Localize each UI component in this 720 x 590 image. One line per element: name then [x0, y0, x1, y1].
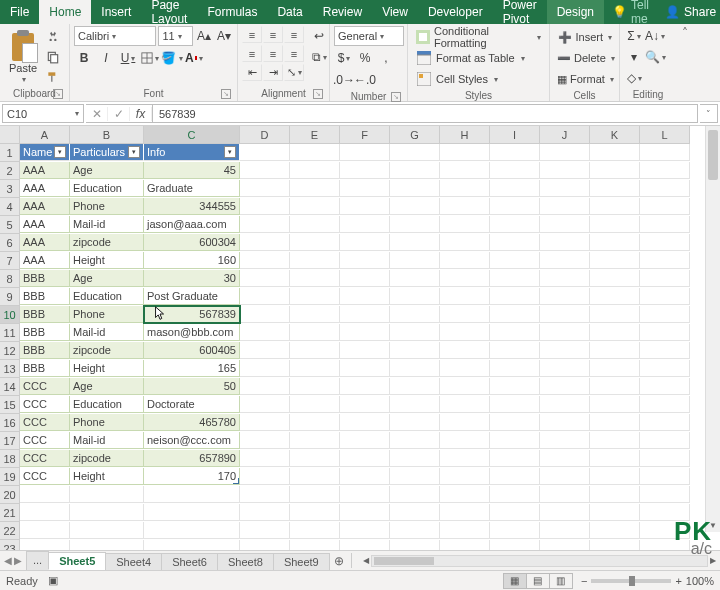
empty-cell[interactable] — [340, 468, 390, 485]
table-cell[interactable]: zipcode — [70, 234, 144, 251]
empty-cell[interactable] — [240, 522, 290, 539]
format-painter-button[interactable] — [44, 68, 62, 86]
empty-cell[interactable] — [540, 432, 590, 449]
fill-button[interactable]: ▾ — [624, 47, 644, 67]
table-cell[interactable]: CCC — [20, 432, 70, 449]
empty-cell[interactable] — [290, 144, 340, 161]
empty-cell[interactable] — [640, 360, 690, 377]
borders-button[interactable]: ▾ — [140, 48, 160, 68]
empty-cell[interactable] — [340, 180, 390, 197]
empty-cell[interactable] — [340, 450, 390, 467]
sheet-nav-prev[interactable]: ◀ — [4, 555, 12, 566]
empty-cell[interactable] — [640, 396, 690, 413]
empty-cell[interactable] — [440, 234, 490, 251]
empty-cell[interactable] — [640, 306, 690, 323]
sheet-nav-next[interactable]: ▶ — [14, 555, 22, 566]
insert-cells-button[interactable]: ➕Insert▾ — [554, 27, 615, 47]
empty-cell[interactable] — [490, 270, 540, 287]
collapse-ribbon-button[interactable]: ˄ — [676, 24, 694, 101]
table-cell[interactable]: Phone — [70, 414, 144, 431]
table-cell[interactable]: Education — [70, 180, 144, 197]
scroll-down-arrow[interactable]: ▼ — [706, 518, 720, 532]
row-header[interactable]: 4 — [0, 198, 20, 216]
empty-cell[interactable] — [590, 378, 640, 395]
tell-me-search[interactable]: 💡 Tell me — [604, 0, 657, 24]
row-header[interactable]: 8 — [0, 270, 20, 288]
table-cell[interactable]: CCC — [20, 468, 70, 485]
empty-cell[interactable] — [490, 504, 540, 521]
row-header[interactable]: 6 — [0, 234, 20, 252]
format-as-table-button[interactable]: Format as Table▾ — [412, 48, 545, 68]
table-cell[interactable]: BBB — [20, 342, 70, 359]
empty-cell[interactable] — [490, 234, 540, 251]
col-header[interactable]: L — [640, 126, 690, 144]
empty-cell[interactable] — [340, 270, 390, 287]
empty-cell[interactable] — [490, 522, 540, 539]
empty-cell[interactable] — [390, 324, 440, 341]
col-header[interactable]: H — [440, 126, 490, 144]
empty-cell[interactable] — [590, 162, 640, 179]
empty-cell[interactable] — [340, 522, 390, 539]
empty-cell[interactable] — [144, 486, 240, 503]
empty-cell[interactable] — [640, 486, 690, 503]
table-cell[interactable]: Phone — [70, 198, 144, 215]
sheet-tab[interactable]: Sheet6 — [161, 553, 218, 570]
empty-cell[interactable] — [540, 234, 590, 251]
number-dialog-launcher[interactable]: ↘ — [391, 92, 401, 102]
table-cell[interactable]: Mail-id — [70, 324, 144, 341]
empty-cell[interactable] — [540, 414, 590, 431]
table-cell[interactable]: Height — [70, 468, 144, 485]
select-all-corner[interactable] — [0, 126, 20, 144]
empty-cell[interactable] — [590, 360, 640, 377]
fill-color-button[interactable]: 🪣▾ — [162, 48, 182, 68]
font-dialog-launcher[interactable]: ↘ — [221, 89, 231, 99]
empty-cell[interactable] — [290, 324, 340, 341]
scroll-right-arrow[interactable]: ▶ — [708, 556, 718, 565]
row-header[interactable]: 19 — [0, 468, 20, 486]
empty-cell[interactable] — [290, 522, 340, 539]
empty-cell[interactable] — [290, 162, 340, 179]
empty-cell[interactable] — [340, 486, 390, 503]
sheet-tab[interactable]: Sheet9 — [273, 553, 330, 570]
empty-cell[interactable] — [240, 378, 290, 395]
empty-cell[interactable] — [440, 252, 490, 269]
tab-home[interactable]: Home — [39, 0, 91, 24]
formula-input[interactable]: 567839 — [153, 104, 698, 123]
zoom-level[interactable]: 100% — [686, 575, 714, 587]
empty-cell[interactable] — [590, 288, 640, 305]
increase-indent-button[interactable]: ⇥ — [263, 64, 283, 81]
empty-cell[interactable] — [70, 486, 144, 503]
empty-cell[interactable] — [290, 288, 340, 305]
align-right-button[interactable]: ≡ — [284, 45, 304, 62]
empty-cell[interactable] — [540, 144, 590, 161]
empty-cell[interactable] — [440, 504, 490, 521]
empty-cell[interactable] — [440, 396, 490, 413]
sheet-tab-more[interactable]: ... — [26, 551, 49, 570]
empty-cell[interactable] — [490, 396, 540, 413]
empty-cell[interactable] — [70, 504, 144, 521]
delete-cells-button[interactable]: ➖Delete▾ — [554, 48, 615, 68]
empty-cell[interactable] — [240, 450, 290, 467]
table-cell[interactable]: Education — [70, 396, 144, 413]
empty-cell[interactable] — [440, 414, 490, 431]
col-header[interactable]: I — [490, 126, 540, 144]
empty-cell[interactable] — [240, 306, 290, 323]
empty-cell[interactable] — [640, 162, 690, 179]
conditional-formatting-button[interactable]: Conditional Formatting▾ — [412, 27, 545, 47]
col-header[interactable]: D — [240, 126, 290, 144]
format-cells-button[interactable]: ▦Format▾ — [554, 69, 615, 89]
tab-page-layout[interactable]: Page Layout — [141, 0, 197, 24]
page-break-view-button[interactable]: ▥ — [549, 573, 573, 589]
macro-record-icon[interactable]: ▣ — [48, 574, 58, 587]
empty-cell[interactable] — [590, 144, 640, 161]
table-cell[interactable]: Age — [70, 162, 144, 179]
alignment-dialog-launcher[interactable]: ↘ — [313, 89, 323, 99]
table-header-cell[interactable]: Particulars▾ — [70, 144, 144, 161]
col-header[interactable]: E — [290, 126, 340, 144]
tab-power-pivot[interactable]: Power Pivot — [493, 0, 547, 24]
empty-cell[interactable] — [490, 360, 540, 377]
sheet-tab[interactable]: Sheet4 — [105, 553, 162, 570]
empty-cell[interactable] — [440, 486, 490, 503]
empty-cell[interactable] — [590, 414, 640, 431]
page-layout-view-button[interactable]: ▤ — [526, 573, 550, 589]
